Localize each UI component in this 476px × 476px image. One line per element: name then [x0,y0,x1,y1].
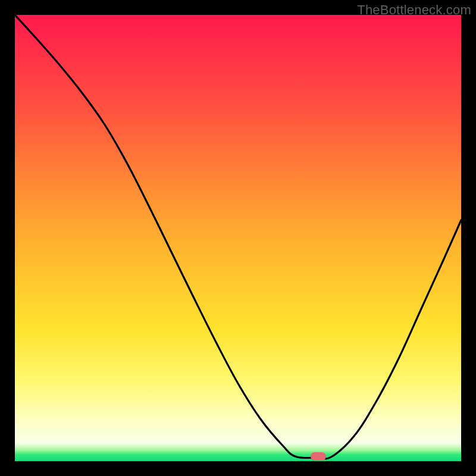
bottleneck-curve-path [15,15,461,459]
watermark-text: TheBottleneck.com [357,2,471,18]
plot-area [15,15,461,461]
optimum-marker [311,452,326,461]
curve-svg [15,15,461,461]
chart-frame: TheBottleneck.com [0,0,476,476]
